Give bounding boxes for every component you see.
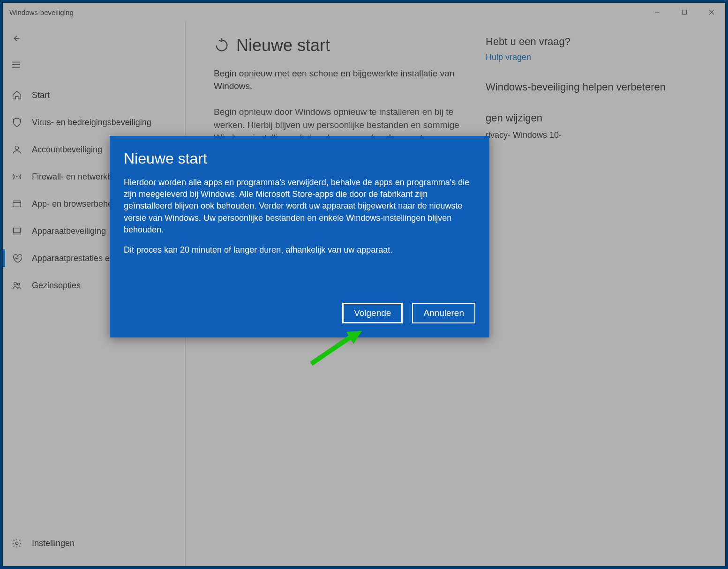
dialog-title: Nieuwe start: [124, 150, 475, 167]
fresh-start-dialog: Nieuwe start Hierdoor worden alle apps e…: [110, 136, 489, 337]
dialog-paragraph-1: Hierdoor worden alle apps en programma's…: [124, 177, 475, 236]
app-window: Windows-beveiliging: [3, 3, 725, 566]
next-button[interactable]: Volgende: [342, 303, 403, 323]
dialog-paragraph-2: Dit proces kan 20 minuten of langer dure…: [124, 244, 475, 256]
cancel-button[interactable]: Annuleren: [412, 303, 475, 323]
dialog-buttons: Volgende Annuleren: [124, 303, 475, 323]
